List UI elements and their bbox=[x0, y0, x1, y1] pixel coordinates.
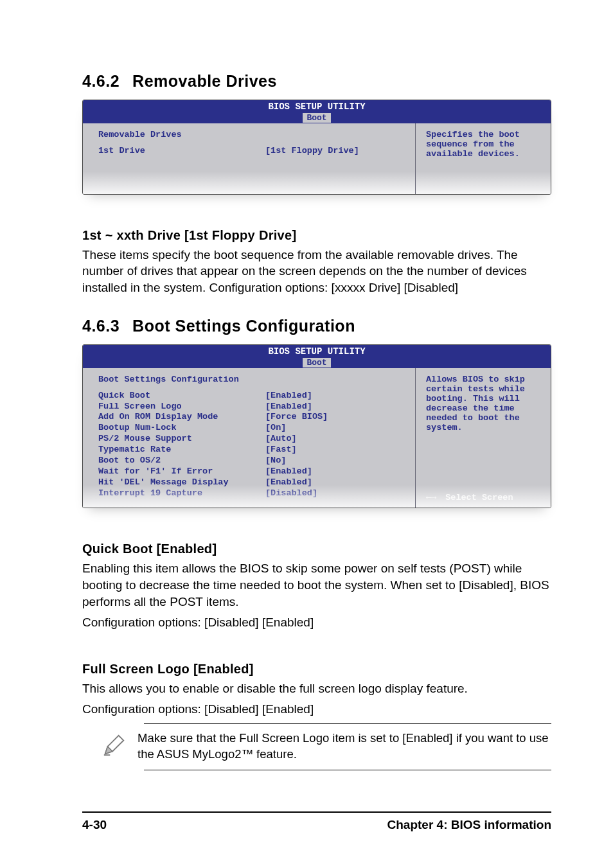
page-number: 4-30 bbox=[82, 818, 107, 832]
bios-row-full-screen-logo[interactable]: Full Screen Logo[Enabled] bbox=[98, 402, 406, 412]
bios-panel-boot-settings: BIOS SETUP UTILITY Boot Boot Settings Co… bbox=[82, 344, 551, 508]
bios-row-value: [Enabled] bbox=[265, 402, 406, 412]
subheading-quick-boot: Quick Boot [Enabled] bbox=[82, 542, 551, 556]
bios-row-value: [No] bbox=[265, 456, 406, 466]
subheading-1st-drive: 1st ~ xxth Drive [1st Floppy Drive] bbox=[82, 228, 551, 243]
body-full-screen-1: This allows you to enable or disable the… bbox=[82, 680, 551, 697]
bios-row-label: Boot to OS/2 bbox=[98, 456, 265, 466]
bios-row-label: Bootup Num-Lock bbox=[98, 423, 265, 434]
bios-row-ps2-mouse[interactable]: PS/2 Mouse Support[Auto] bbox=[98, 434, 406, 445]
bios-row-label: Full Screen Logo bbox=[98, 402, 265, 412]
section-title: Boot Settings Configuration bbox=[132, 317, 355, 335]
panel-fade bbox=[83, 172, 415, 194]
section-heading-removable-drives: 4.6.2Removable Drives bbox=[82, 72, 551, 91]
note-block: Make sure that the Full Screen Logo item… bbox=[144, 723, 551, 770]
section-number: 4.6.2 bbox=[82, 72, 120, 90]
section-heading-boot-settings: 4.6.3Boot Settings Configuration bbox=[82, 317, 551, 335]
bios-row-int19[interactable]: Interrupt 19 Capture[Disabled] bbox=[98, 488, 406, 499]
chapter-label: Chapter 4: BIOS information bbox=[387, 818, 551, 832]
bios-row-value: [On] bbox=[265, 423, 406, 434]
bios-left-pane: Boot Settings Configuration Quick Boot[E… bbox=[83, 368, 416, 508]
bios-row-value: [Enabled] bbox=[265, 391, 406, 402]
bios-row-value: [Disabled] bbox=[265, 488, 406, 499]
bios-help-text: Specifies the boot sequence from the ava… bbox=[426, 130, 543, 159]
bios-panel-title: Boot Settings Configuration bbox=[98, 375, 406, 384]
bios-row-wait-f1[interactable]: Wait for 'F1' If Error[Enabled] bbox=[98, 466, 406, 477]
bios-row-value: [Force BIOS] bbox=[265, 412, 406, 423]
bios-row-label: Add On ROM Display Mode bbox=[98, 412, 265, 423]
bios-row-label: Quick Boot bbox=[98, 391, 265, 402]
bios-row-hit-del[interactable]: Hit 'DEL' Message Display[Enabled] bbox=[98, 477, 406, 488]
bios-row-1st-drive[interactable]: 1st Drive [1st Floppy Drive] bbox=[98, 146, 406, 157]
note-text: Make sure that the Full Screen Logo item… bbox=[138, 731, 549, 762]
bios-row-value: [Fast] bbox=[265, 445, 406, 456]
bios-row-label: Hit 'DEL' Message Display bbox=[98, 477, 265, 488]
bios-panel-removable-drives: BIOS SETUP UTILITY Boot Removable Drives… bbox=[82, 100, 551, 195]
bios-title-bar: BIOS SETUP UTILITY Boot bbox=[83, 100, 551, 123]
bios-tab-boot: Boot bbox=[303, 113, 330, 123]
bios-row-label: PS/2 Mouse Support bbox=[98, 434, 265, 445]
bios-nav-label: Select Screen bbox=[445, 493, 513, 502]
arrows-icon: ←→ bbox=[426, 493, 436, 502]
bios-row-addon-rom[interactable]: Add On ROM Display Mode[Force BIOS] bbox=[98, 412, 406, 423]
bios-row-typematic-rate[interactable]: Typematic Rate[Fast] bbox=[98, 445, 406, 456]
bios-row-value: [Enabled] bbox=[265, 477, 406, 488]
body-1st-drive: These items specify the boot sequence fr… bbox=[82, 247, 551, 296]
bios-row-value: [Auto] bbox=[265, 434, 406, 445]
section-number: 4.6.3 bbox=[82, 317, 120, 335]
bios-utility-title: BIOS SETUP UTILITY bbox=[83, 346, 551, 357]
bios-row-bootup-numlock[interactable]: Bootup Num-Lock[On] bbox=[98, 423, 406, 434]
body-full-screen-2: Configuration options: [Disabled] [Enabl… bbox=[82, 701, 551, 718]
bios-title-bar: BIOS SETUP UTILITY Boot bbox=[83, 345, 551, 368]
pencil-note-icon bbox=[102, 733, 126, 760]
bios-row-quick-boot[interactable]: Quick Boot[Enabled] bbox=[98, 391, 406, 402]
section-title: Removable Drives bbox=[132, 72, 277, 90]
bios-help-text: Allows BIOS to skip certain tests while … bbox=[426, 375, 543, 432]
bios-row-value: [Enabled] bbox=[265, 466, 406, 477]
bios-row-value: [1st Floppy Drive] bbox=[265, 146, 406, 157]
bios-nav-hint: ←→Select Screen bbox=[426, 493, 513, 502]
bios-row-label: Typematic Rate bbox=[98, 445, 265, 456]
bios-panel-title: Removable Drives bbox=[98, 130, 406, 139]
page-footer: 4-30 Chapter 4: BIOS information bbox=[82, 811, 551, 832]
panel-fade bbox=[416, 172, 551, 194]
bios-utility-title: BIOS SETUP UTILITY bbox=[83, 102, 551, 112]
bios-tab-boot: Boot bbox=[303, 358, 330, 368]
bios-help-pane: Allows BIOS to skip certain tests while … bbox=[416, 368, 551, 508]
bios-help-pane: Specifies the boot sequence from the ava… bbox=[416, 123, 551, 194]
bios-row-boot-os2[interactable]: Boot to OS/2[No] bbox=[98, 456, 406, 466]
body-quick-boot-1: Enabling this item allows the BIOS to sk… bbox=[82, 560, 551, 610]
body-quick-boot-2: Configuration options: [Disabled] [Enabl… bbox=[82, 614, 551, 631]
bios-row-label: Interrupt 19 Capture bbox=[98, 488, 265, 499]
bios-row-label: Wait for 'F1' If Error bbox=[98, 466, 265, 477]
subheading-full-screen-logo: Full Screen Logo [Enabled] bbox=[82, 662, 551, 677]
bios-row-label: 1st Drive bbox=[98, 146, 265, 157]
bios-left-pane: Removable Drives 1st Drive [1st Floppy D… bbox=[83, 123, 416, 194]
